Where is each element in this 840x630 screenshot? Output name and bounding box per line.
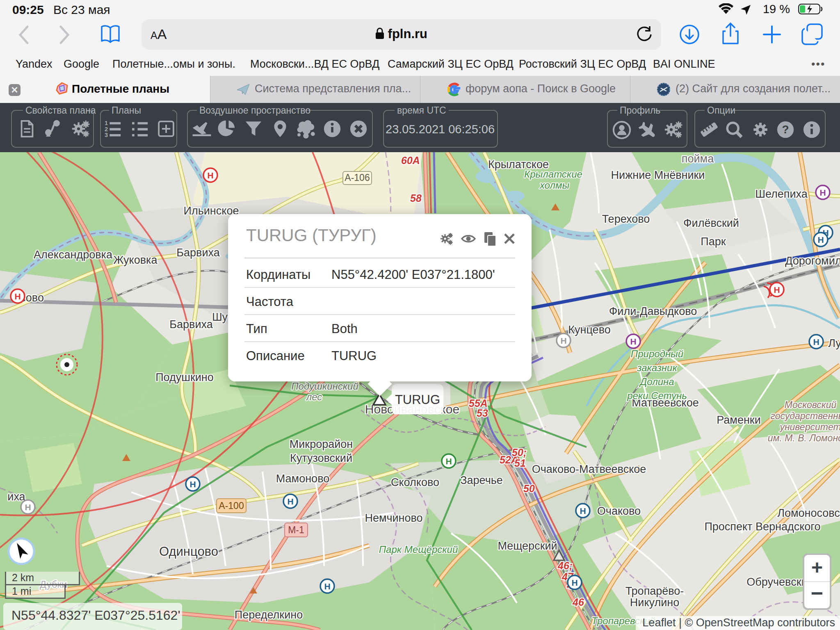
svg-text:пойма: пойма (682, 153, 714, 165)
svg-text:Жуковка: Жуковка (113, 254, 158, 266)
svg-text:Н: Н (817, 235, 824, 244)
svg-text:Терехово: Терехово (602, 213, 650, 225)
svg-text:Ломоносовски: Ломоносовски (777, 507, 840, 519)
svg-text:Парк Мещёрский: Парк Мещёрский (379, 544, 458, 555)
svg-text:23.05.2021 06:25:06: 23.05.2021 06:25:06 (386, 123, 495, 136)
svg-text:Парк: Парк (701, 235, 726, 248)
svg-text:Н: Н (25, 502, 31, 512)
svg-text:государственный: государственный (771, 411, 840, 421)
svg-text:Очаково-Матвеевское: Очаково-Матвеевское (532, 463, 646, 475)
svg-text:Немчиново: Немчиново (365, 512, 422, 524)
svg-text:Барвиха: Барвиха (169, 318, 213, 331)
svg-text:Одинцово: Одинцово (159, 544, 218, 559)
svg-text:Воздушное пространство: Воздушное пространство (199, 105, 310, 116)
svg-text:Александровка: Александровка (34, 249, 113, 261)
svg-text:Н: Н (813, 337, 819, 347)
svg-text:лес: лес (306, 391, 322, 402)
svg-text:Нижние Мнёвники: Нижние Мнёвники (611, 169, 705, 181)
svg-text:Заречье: Заречье (460, 474, 503, 486)
svg-text:50;: 50; (512, 447, 527, 458)
svg-text:Крылатские: Крылатские (524, 169, 582, 180)
svg-text:Московский: Московский (785, 399, 837, 410)
svg-text:3: 3 (105, 132, 108, 138)
svg-text:им. М. В. Ломоносо: им. М. В. Ломоносо (768, 433, 840, 443)
svg-text:Подушкинский: Подушкинский (291, 381, 358, 392)
svg-text:51: 51 (514, 457, 526, 469)
svg-text:Переделкино: Переделкино (235, 609, 303, 621)
svg-text:заказник: заказник (637, 362, 678, 373)
svg-text:время UTC: время UTC (397, 105, 446, 116)
svg-text:Планы: Планы (112, 105, 141, 116)
svg-text:Н: Н (287, 497, 293, 506)
svg-text:?: ? (782, 123, 789, 136)
svg-text:Микрорайон: Микрорайон (290, 438, 353, 450)
svg-text:М-1: М-1 (288, 525, 304, 535)
svg-text:реки Сетунь: реки Сетунь (627, 390, 687, 401)
svg-text:46;: 46; (557, 560, 573, 571)
svg-text:Н: Н (14, 292, 21, 301)
svg-text:А-100: А-100 (219, 500, 244, 511)
svg-text:Шу: Шу (212, 311, 228, 323)
svg-text:53: 53 (477, 407, 488, 419)
svg-text:Свойства плана: Свойства плана (25, 105, 96, 116)
svg-text:А-106: А-106 (345, 172, 370, 183)
svg-text:Сколково: Сколково (391, 476, 439, 488)
svg-text:Барвиха: Барвиха (176, 247, 220, 259)
svg-text:Кунцево: Кунцево (568, 324, 610, 336)
svg-text:Мамоново: Мамоново (276, 472, 329, 485)
svg-text:Опции: Опции (707, 105, 735, 116)
svg-text:Тропарёво-: Тропарёво- (625, 585, 684, 597)
svg-text:Дорогомилово: Дорогомилово (785, 255, 840, 267)
svg-text:Н: Н (580, 506, 586, 516)
svg-text:Лу: Лу (828, 337, 840, 349)
svg-text:Долина: Долина (639, 376, 674, 387)
svg-text:58: 58 (410, 192, 422, 204)
svg-text:Н: Н (774, 285, 780, 294)
svg-text:Н: Н (819, 188, 826, 197)
svg-text:иха: иха (7, 491, 25, 503)
svg-text:Н: Н (571, 578, 578, 587)
svg-text:Мещерский: Мещерский (498, 540, 557, 552)
svg-text:Природный: Природный (631, 348, 683, 359)
svg-text:холмы: холмы (539, 180, 570, 191)
svg-text:Никулино: Никулино (630, 596, 679, 609)
svg-text:46: 46 (572, 596, 584, 608)
svg-text:Раменки: Раменки (717, 414, 761, 426)
svg-text:Ильинское: Ильинское (184, 205, 239, 217)
svg-text:Н: Н (207, 171, 213, 180)
svg-text:университет: университет (779, 422, 840, 432)
svg-text:60А: 60А (401, 155, 420, 166)
svg-text:Н: Н (189, 479, 196, 489)
svg-text:Н: Н (560, 336, 566, 345)
svg-text:Шелепиха: Шелепиха (755, 188, 808, 200)
svg-text:TURUG: TURUG (395, 393, 440, 407)
svg-text:Фили-Давыдково: Фили-Давыдково (609, 305, 697, 317)
svg-text:Профиль: Профиль (620, 105, 660, 116)
svg-text:Н: Н (630, 337, 636, 346)
svg-text:50: 50 (523, 483, 535, 494)
svg-text:Кутузовский: Кутузовский (290, 452, 352, 464)
svg-text:Филёвский: Филёвский (683, 217, 739, 229)
svg-text:Проспект Вернадского: Проспект Вернадского (704, 520, 820, 533)
svg-text:Очаково: Очаково (597, 505, 641, 517)
svg-text:Н: Н (445, 457, 452, 466)
svg-text:Подушкино: Подушкино (155, 371, 214, 383)
svg-text:Н: Н (324, 582, 330, 591)
